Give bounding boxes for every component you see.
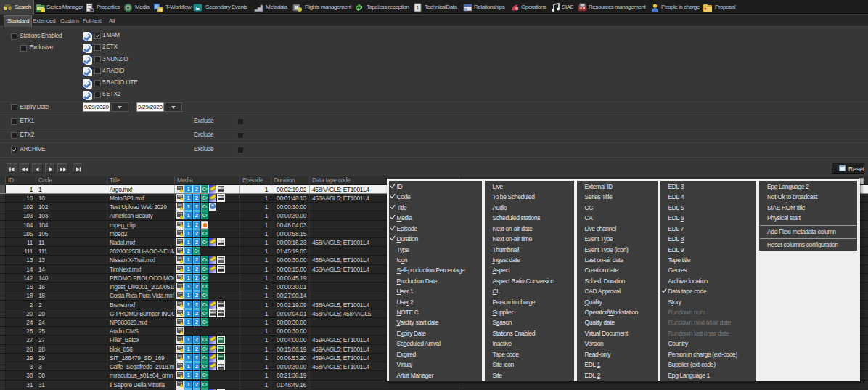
svg-text:E: E — [196, 5, 200, 12]
svg-text:1: 1 — [417, 5, 419, 10]
